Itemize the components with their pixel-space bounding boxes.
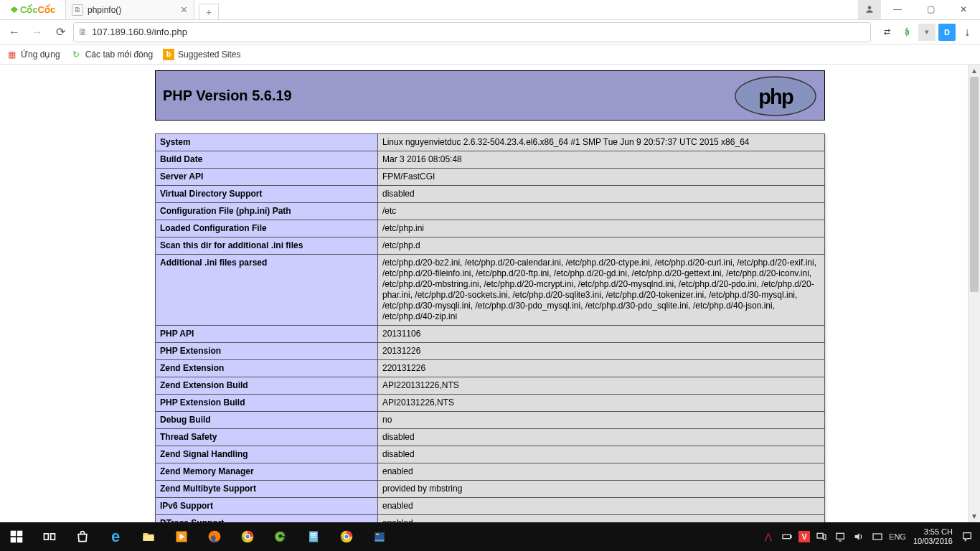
- svg-rect-25: [376, 534, 379, 535]
- vivaldi-tray-icon[interactable]: V: [798, 531, 810, 542]
- volume-icon[interactable]: [852, 522, 866, 551]
- chrome-button[interactable]: [231, 522, 264, 551]
- table-row: Scan this dir for additional .ini files/…: [156, 237, 825, 255]
- ime-icon[interactable]: [870, 522, 885, 551]
- bing-icon: b: [163, 49, 174, 60]
- config-value: /etc/php.d: [378, 237, 825, 255]
- browser-tab[interactable]: 🗎 phpinfo() ✕: [65, 0, 194, 19]
- taskbar-clock[interactable]: 3:55 CH 10/03/2016: [910, 527, 956, 545]
- svg-rect-7: [44, 534, 49, 540]
- svg-rect-24: [374, 540, 384, 542]
- table-row: DTrace Supportenabled: [156, 515, 825, 523]
- config-key: System: [156, 134, 378, 151]
- user-menu-button[interactable]: [858, 0, 881, 19]
- config-value: Mar 3 2016 08:05:48: [378, 151, 825, 169]
- svg-rect-28: [817, 533, 823, 538]
- action-center-icon[interactable]: [960, 522, 974, 551]
- config-key: Zend Extension Build: [156, 377, 378, 395]
- svg-rect-31: [873, 534, 882, 540]
- svg-point-14: [246, 535, 250, 539]
- firefox-button[interactable]: [198, 522, 231, 551]
- config-value: no: [378, 412, 825, 429]
- chrome-button-2[interactable]: [330, 522, 363, 551]
- bookmarks-bar: ▦ Ứng dụng ↻ Các tab mới đóng b Suggeste…: [0, 44, 980, 65]
- back-button[interactable]: ←: [4, 22, 24, 42]
- savior-icon[interactable]: ậ: [898, 24, 915, 41]
- scroll-thumb[interactable]: [970, 77, 979, 292]
- disqus-icon[interactable]: D: [938, 24, 956, 41]
- bookmark-apps[interactable]: ▦ Ứng dụng: [6, 49, 60, 60]
- edge-button[interactable]: e: [99, 522, 132, 551]
- daum-potplayer-button[interactable]: [165, 522, 198, 551]
- config-key: Additional .ini files parsed: [156, 255, 378, 326]
- config-value: 20131226: [378, 343, 825, 360]
- php-version-title: PHP Version 5.6.19: [163, 88, 292, 104]
- task-view-button[interactable]: [33, 522, 66, 551]
- network-icon[interactable]: [833, 522, 847, 551]
- close-window-button[interactable]: ✕: [947, 0, 980, 19]
- config-key: Zend Multibyte Support: [156, 481, 378, 498]
- table-row: Loaded Configuration File/etc/php.ini: [156, 220, 825, 237]
- devices-icon[interactable]: [814, 522, 829, 551]
- config-value: /etc/php.ini: [378, 220, 825, 237]
- notepad-button[interactable]: [297, 522, 330, 551]
- tray-overflow-icon[interactable]: ⋀: [761, 522, 776, 551]
- system-tray: ⋀ V ENG 3:55 CH 10/03/2016: [761, 522, 980, 551]
- config-value: API20131226,NTS: [378, 395, 825, 412]
- leaf-icon: ❖: [10, 4, 19, 15]
- forward-button[interactable]: →: [27, 22, 47, 42]
- language-indicator[interactable]: ENG: [889, 522, 906, 551]
- translate-icon[interactable]: ⇄: [878, 24, 895, 41]
- svg-rect-9: [143, 535, 154, 541]
- config-value: disabled: [378, 446, 825, 463]
- svg-rect-29: [824, 534, 826, 540]
- coccoc-button[interactable]: [264, 522, 297, 551]
- table-row: Server APIFPM/FastCGI: [156, 169, 825, 186]
- php-logo-icon: php: [732, 75, 819, 117]
- bookmark-recent-tabs[interactable]: ↻ Các tab mới đóng: [70, 49, 153, 60]
- logo-text-2: Cốc: [38, 4, 56, 15]
- putty-button[interactable]: [363, 522, 396, 551]
- phpinfo-page: PHP Version 5.6.19 php SystemLinux nguye…: [155, 70, 825, 522]
- svg-rect-8: [51, 534, 55, 540]
- config-value: enabled: [378, 463, 825, 481]
- table-row: Zend Memory Managerenabled: [156, 463, 825, 481]
- bookmark-label: Các tab mới đóng: [85, 50, 153, 60]
- scroll-down-icon[interactable]: ▼: [969, 510, 980, 522]
- site-info-icon[interactable]: 🗎: [78, 27, 88, 37]
- start-button[interactable]: [0, 522, 33, 551]
- url-input[interactable]: 🗎 107.189.160.9/info.php: [73, 22, 871, 42]
- close-tab-icon[interactable]: ✕: [180, 4, 188, 15]
- download-arrow-icon[interactable]: ▾: [918, 24, 936, 41]
- download-tray-icon[interactable]: ⭳: [958, 24, 976, 41]
- svg-rect-27: [791, 536, 791, 538]
- url-text: 107.189.160.9/info.php: [92, 27, 187, 37]
- maximize-button[interactable]: ▢: [914, 0, 947, 19]
- windows-taskbar: e ⋀ V ENG: [0, 522, 980, 551]
- config-key: Debug Build: [156, 412, 378, 429]
- config-key: Configuration File (php.ini) Path: [156, 203, 378, 220]
- config-key: Zend Extension: [156, 360, 378, 377]
- store-button[interactable]: [66, 522, 99, 551]
- config-key: IPv6 Support: [156, 498, 378, 515]
- config-value: 220131226: [378, 360, 825, 377]
- table-row: Additional .ini files parsed/etc/php.d/2…: [156, 255, 825, 326]
- svg-rect-6: [17, 537, 23, 543]
- page-favicon-icon: 🗎: [72, 4, 83, 16]
- minimize-button[interactable]: —: [881, 0, 914, 19]
- scroll-up-icon[interactable]: ▲: [969, 65, 980, 77]
- table-row: PHP Extension BuildAPI20131226,NTS: [156, 395, 825, 412]
- config-key: DTrace Support: [156, 515, 378, 523]
- browser-logo[interactable]: ❖ Cốc Cốc: [0, 0, 66, 19]
- config-value: provided by mbstring: [378, 481, 825, 498]
- battery-icon[interactable]: [780, 522, 794, 551]
- page-viewport[interactable]: PHP Version 5.6.19 php SystemLinux nguye…: [0, 65, 980, 522]
- reload-button[interactable]: ⟳: [50, 22, 70, 42]
- bookmark-suggested[interactable]: b Suggested Sites: [163, 49, 240, 60]
- file-explorer-button[interactable]: [132, 522, 165, 551]
- config-key: Zend Memory Manager: [156, 463, 378, 481]
- new-tab-button[interactable]: +: [199, 4, 219, 19]
- table-row: SystemLinux nguyenvietduc 2.6.32-504.23.…: [156, 134, 825, 151]
- vertical-scrollbar[interactable]: ▲ ▼: [968, 65, 980, 522]
- config-key: Loaded Configuration File: [156, 220, 378, 237]
